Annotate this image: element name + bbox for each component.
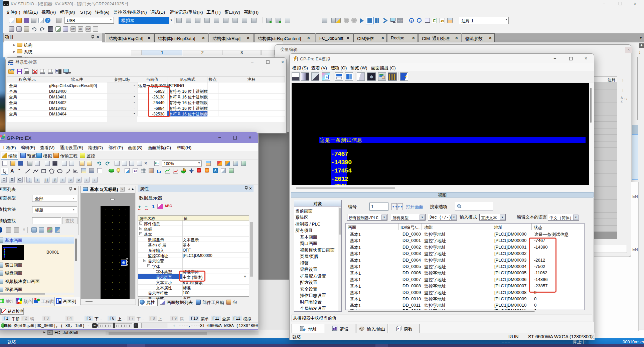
svg-text:F: F: [397, 328, 399, 331]
